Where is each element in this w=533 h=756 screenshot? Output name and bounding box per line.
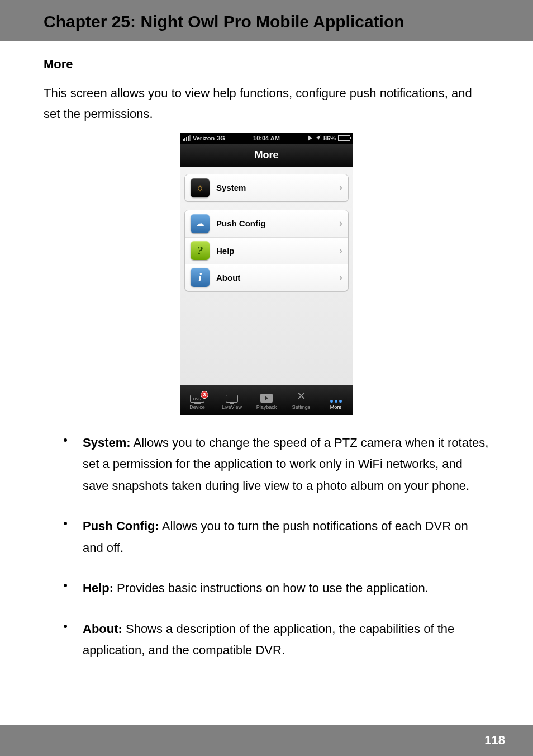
- bullet-system-lead: System:: [83, 436, 131, 450]
- row-help-label: Help: [216, 246, 339, 256]
- phone-frame: Verizon 3G 10:04 AM 86% More: [180, 133, 353, 415]
- tools-icon: ✕: [297, 390, 306, 403]
- play-indicator-icon: [308, 135, 312, 141]
- list-group-1: ☼ System ›: [184, 174, 349, 202]
- bullet-help-text: Help: Provides basic instructions on how…: [83, 578, 429, 599]
- device-icon: DVR 3: [190, 390, 204, 403]
- row-help[interactable]: ? Help ›: [185, 237, 348, 264]
- page-number: 118: [484, 733, 505, 748]
- row-push-config[interactable]: ☁ Push Config ›: [185, 210, 348, 237]
- bullet-about-lead: About:: [83, 622, 122, 636]
- push-icon: ☁: [191, 214, 210, 233]
- bullet-system: System: Allows you to change the speed o…: [44, 432, 489, 497]
- chevron-right-icon: ›: [339, 245, 342, 257]
- network-label: 3G: [217, 135, 225, 141]
- battery-icon: [338, 135, 350, 141]
- playback-icon: [260, 390, 273, 403]
- bullet-system-text: System: Allows you to change the speed o…: [83, 432, 489, 497]
- chevron-right-icon: ›: [339, 218, 342, 229]
- status-right: 86%: [308, 135, 350, 141]
- bullet-list: System: Allows you to change the speed o…: [44, 432, 489, 662]
- row-about[interactable]: i About ›: [185, 264, 348, 291]
- status-left: Verizon 3G: [183, 135, 225, 141]
- tab-settings-label: Settings: [292, 404, 311, 410]
- tab-liveview-label: LiveView: [222, 404, 242, 410]
- bullet-system-body: Allows you to change the speed of a PTZ …: [83, 436, 488, 493]
- document-body: More This screen allows you to view help…: [0, 41, 533, 662]
- document-header: Chapter 25: Night Owl Pro Mobile Applica…: [0, 0, 533, 41]
- chevron-right-icon: ›: [339, 272, 342, 284]
- list-area: ☼ System › ☁ Push Config › ? Help ›: [180, 167, 353, 385]
- bullet-help-body: Provides basic instructions on how to us…: [113, 581, 429, 595]
- tab-more-label: More: [330, 404, 342, 410]
- tab-bar: DVR 3 Device LiveView Playback ✕ Set: [180, 385, 353, 415]
- bullet-about-text: About: Shows a description of the applic…: [83, 618, 489, 662]
- bullet-dot-icon: [64, 625, 67, 628]
- bullet-push-text: Push Config: Allows you to turn the push…: [83, 516, 489, 559]
- tab-more[interactable]: More: [318, 385, 353, 415]
- more-icon: [330, 390, 342, 403]
- tab-playback[interactable]: Playback: [249, 385, 284, 415]
- tab-settings[interactable]: ✕ Settings: [284, 385, 318, 415]
- monitor-icon: [226, 390, 238, 403]
- bullet-push: Push Config: Allows you to turn the push…: [44, 516, 489, 559]
- document-footer: 118: [0, 725, 533, 756]
- row-system[interactable]: ☼ System ›: [185, 174, 348, 201]
- bullet-dot-icon: [64, 438, 67, 442]
- intro-paragraph: This screen allows you to view help func…: [44, 83, 489, 125]
- help-icon: ?: [191, 241, 210, 260]
- carrier-label: Verizon: [193, 135, 215, 141]
- badge: 3: [201, 391, 208, 399]
- tab-liveview[interactable]: LiveView: [215, 385, 249, 415]
- tab-device-label: Device: [189, 404, 205, 410]
- tab-device[interactable]: DVR 3 Device: [180, 385, 215, 415]
- location-icon: [315, 135, 321, 141]
- list-group-2: ☁ Push Config › ? Help › i About ›: [184, 210, 349, 291]
- info-icon: i: [191, 268, 210, 287]
- dvr-icon: DVR 3: [190, 395, 204, 403]
- bullet-help-lead: Help:: [83, 581, 113, 595]
- clock: 10:04 AM: [253, 135, 280, 141]
- signal-icon: [183, 135, 191, 141]
- section-title: More: [44, 57, 489, 72]
- battery-pct: 86%: [323, 135, 336, 141]
- row-push-label: Push Config: [216, 219, 339, 228]
- chevron-right-icon: ›: [339, 182, 342, 193]
- nav-bar: More: [180, 144, 353, 167]
- status-bar: Verizon 3G 10:04 AM 86%: [180, 133, 353, 144]
- tab-playback-label: Playback: [256, 404, 277, 410]
- bullet-help: Help: Provides basic instructions on how…: [44, 578, 489, 599]
- row-about-label: About: [216, 273, 339, 282]
- screenshot-figure: Verizon 3G 10:04 AM 86% More: [44, 133, 489, 415]
- row-system-label: System: [216, 183, 339, 192]
- bullet-about: About: Shows a description of the applic…: [44, 618, 489, 662]
- bullet-dot-icon: [64, 584, 67, 587]
- nav-title: More: [254, 149, 278, 161]
- gear-icon: ☼: [191, 178, 210, 197]
- chapter-title: Chapter 25: Night Owl Pro Mobile Applica…: [0, 12, 533, 31]
- bullet-about-body: Shows a description of the application, …: [83, 622, 454, 658]
- bullet-dot-icon: [64, 522, 67, 525]
- bullet-push-lead: Push Config:: [83, 519, 159, 533]
